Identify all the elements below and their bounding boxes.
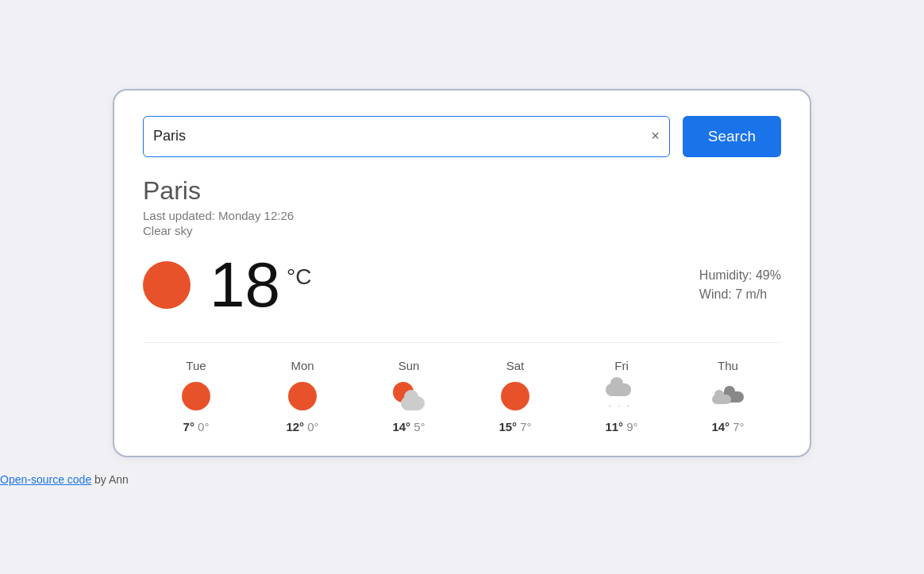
forecast-sat: Sat 15° 7° <box>483 359 547 433</box>
day-label-thu: Thu <box>718 359 738 372</box>
forecast-tue: Tue 7° 0° <box>164 359 228 433</box>
temps-sun: 14° 5° <box>392 420 425 433</box>
forecast-icon-mon <box>287 380 318 412</box>
day-label-mon: Mon <box>291 359 314 372</box>
wind: Wind: 7 m/h <box>699 287 781 302</box>
forecast-mon: Mon 12° 0° <box>271 359 334 433</box>
day-label-sun: Sun <box>398 359 420 372</box>
low-mon: 0° <box>307 420 318 433</box>
current-weather: 18 °C Humidity: 49% Wind: 7 m/h <box>143 253 781 317</box>
low-sun: 5° <box>414 420 425 433</box>
high-sat: 15° <box>499 420 517 433</box>
forecast-icon-thu <box>712 380 744 412</box>
forecast-icon-sun <box>393 380 425 412</box>
forecast-sun: Sun 14° 5° <box>377 359 441 433</box>
low-tue: 0° <box>198 420 209 433</box>
temps-sat: 15° 7° <box>499 420 531 433</box>
weather-left: 18 °C <box>143 253 699 317</box>
low-fri: 9° <box>626 420 637 433</box>
footer-suffix: by Ann <box>91 473 129 486</box>
temps-fri: 11° 9° <box>605 420 637 433</box>
open-source-link[interactable]: Open-source code <box>0 473 91 486</box>
weather-card: × Search Paris Last updated: Monday 12:2… <box>113 89 811 457</box>
search-input[interactable] <box>153 128 651 144</box>
day-label-fri: Fri <box>614 359 629 372</box>
low-sat: 7° <box>520 420 531 433</box>
day-label-sat: Sat <box>506 359 525 372</box>
temps-thu: 14° 7° <box>711 420 744 433</box>
last-updated: Last updated: Monday 12:26 <box>143 209 781 222</box>
high-thu: 14° <box>711 420 730 433</box>
temperature-unit: °C <box>287 264 311 290</box>
sun-icon <box>143 261 191 309</box>
high-tue: 7° <box>183 420 194 433</box>
temps-tue: 7° 0° <box>183 420 210 433</box>
high-mon: 12° <box>286 420 304 433</box>
humidity: Humidity: 49% <box>699 268 781 283</box>
day-label-tue: Tue <box>186 359 206 372</box>
temperature-value: 18 <box>210 253 280 317</box>
forecast-thu: Thu 14° 7° <box>696 359 760 433</box>
high-fri: 11° <box>605 420 623 433</box>
search-button[interactable]: Search <box>683 116 781 157</box>
weather-condition: Clear sky <box>143 224 781 237</box>
footer: Open-source code by Ann <box>0 473 699 486</box>
forecast-icon-fri: · · · <box>606 380 637 412</box>
temps-mon: 12° 0° <box>286 420 318 433</box>
high-sun: 14° <box>392 420 410 433</box>
weather-details: Humidity: 49% Wind: 7 m/h <box>699 268 781 302</box>
city-name: Paris <box>143 176 781 206</box>
forecast-icon-sat <box>499 380 531 412</box>
search-row: × Search <box>143 116 781 157</box>
search-input-wrapper: × <box>143 116 670 157</box>
low-thu: 7° <box>733 420 744 433</box>
forecast-row: Tue 7° 0° Mon 12° 0° Sun <box>143 342 781 433</box>
forecast-icon-tue <box>180 380 212 412</box>
clear-icon[interactable]: × <box>651 128 660 144</box>
forecast-fri: Fri · · · 11° 9° <box>590 359 653 433</box>
